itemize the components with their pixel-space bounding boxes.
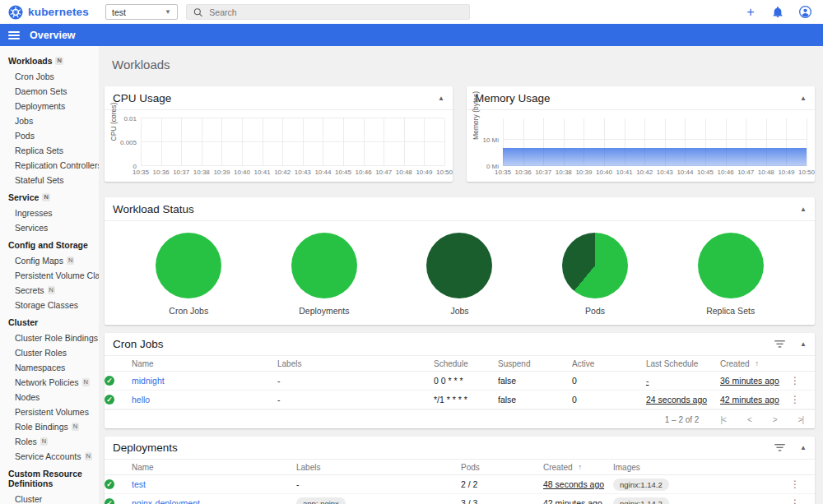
main-content: Workloads CPU Usage ▲ CPU (cores)10:3510… xyxy=(99,46,823,504)
sidebar-item-label: Role Bindings xyxy=(15,422,68,432)
plus-icon: + xyxy=(746,6,754,19)
row-menu-button[interactable]: ⋮ xyxy=(790,479,800,490)
row-menu-button[interactable]: ⋮ xyxy=(790,375,800,386)
sidebar-item-cluster-role-bindings[interactable]: Cluster Role Bindings xyxy=(0,331,99,345)
sidebar-item-pods[interactable]: Pods xyxy=(0,128,99,143)
cron-jobs-card: Cron Jobs ▲ NameLabelsScheduleSuspendAct… xyxy=(105,333,815,428)
sidebar-item-cluster-roles[interactable]: Cluster Roles xyxy=(0,345,99,360)
filter-button[interactable] xyxy=(774,340,785,348)
sidebar-item-cron-jobs[interactable]: Cron Jobs xyxy=(0,69,99,84)
y-axis-label: CPU (cores) xyxy=(109,103,118,141)
x-tick-label: 10:46 xyxy=(718,169,734,176)
last-schedule-cell: 24 seconds ago xyxy=(646,395,720,405)
pagination-next-button[interactable]: > xyxy=(773,415,777,424)
column-header-created[interactable]: Created↑ xyxy=(720,359,790,368)
sidebar-item-deployments[interactable]: Deployments xyxy=(0,99,99,113)
sidebar-item-storage-classes[interactable]: Storage Classes xyxy=(0,298,99,312)
sidebar-item-secrets[interactable]: SecretsN xyxy=(0,283,99,298)
kubernetes-logo[interactable]: kubernetes xyxy=(8,5,105,20)
column-header-name[interactable]: Name xyxy=(132,359,277,368)
sidebar-item-cluster[interactable]: Cluster xyxy=(0,492,99,504)
column-header-schedule[interactable]: Schedule xyxy=(434,359,498,368)
cron-job-name-link[interactable]: hello xyxy=(132,395,150,405)
collapse-button[interactable]: ▲ xyxy=(800,340,807,348)
search-input[interactable] xyxy=(209,7,463,17)
sidebar-item-role-bindings[interactable]: Role BindingsN xyxy=(0,419,99,434)
sidebar-item-network-policies[interactable]: Network PoliciesN xyxy=(0,375,99,390)
column-header-suspend[interactable]: Suspend xyxy=(498,359,572,368)
sidebar-item-replica-sets[interactable]: Replica Sets xyxy=(0,143,99,158)
name-cell: test xyxy=(132,479,296,489)
column-header-active[interactable]: Active xyxy=(572,359,646,368)
account-button[interactable] xyxy=(795,2,815,22)
namespaced-badge: N xyxy=(82,378,90,386)
x-gridline xyxy=(384,118,384,166)
hamburger-icon xyxy=(8,31,20,33)
column-header-label: Suspend xyxy=(498,359,530,368)
name-cell: midnight xyxy=(132,376,277,386)
suspend-value: false xyxy=(498,376,516,386)
menu-button[interactable] xyxy=(8,31,20,39)
notifications-button[interactable] xyxy=(768,2,788,22)
deployment-name-link[interactable]: test xyxy=(132,479,146,489)
row-menu-button[interactable]: ⋮ xyxy=(790,497,800,504)
column-header-pods[interactable]: Pods xyxy=(461,463,543,472)
workload-pie-deployments: Deployments xyxy=(263,233,386,316)
filter-button[interactable] xyxy=(774,444,785,451)
collapse-button[interactable]: ▲ xyxy=(438,95,444,102)
sidebar-item-persistent-volume-claims[interactable]: Persistent Volume ClaimsN xyxy=(0,268,99,283)
active-value: 0 xyxy=(572,376,577,386)
column-header-created[interactable]: Created↑ xyxy=(543,463,613,472)
column-header-last-schedule[interactable]: Last Schedule xyxy=(646,359,720,368)
sidebar-item-config-maps[interactable]: Config MapsN xyxy=(0,253,99,268)
workload-pie-replica-sets: Replica Sets xyxy=(669,233,793,316)
column-header-images[interactable]: Images xyxy=(613,463,790,472)
search-bar[interactable] xyxy=(186,4,470,20)
actions-cell: ⋮ xyxy=(790,497,815,504)
sidebar-item-stateful-sets[interactable]: Stateful Sets xyxy=(0,173,99,187)
namespace-select[interactable]: test ▼ xyxy=(105,4,178,20)
pagination-first-button[interactable]: |< xyxy=(720,415,725,424)
sidebar-item-jobs[interactable]: Jobs xyxy=(0,113,99,128)
x-gridline xyxy=(141,118,142,166)
create-resource-button[interactable]: + xyxy=(741,2,760,22)
sidebar-item-nodes[interactable]: Nodes xyxy=(0,390,99,405)
row-menu-button[interactable]: ⋮ xyxy=(790,394,800,405)
deployment-name-link[interactable]: nginx-deployment xyxy=(132,498,200,504)
sidebar-item-replication-controllers[interactable]: Replication Controllers xyxy=(0,158,99,173)
pie-chart xyxy=(698,233,764,298)
column-header-labels[interactable]: Labels xyxy=(277,359,434,368)
x-tick-label: 10:38 xyxy=(193,169,210,176)
success-check-icon: ✓ xyxy=(105,479,114,489)
pie-chart xyxy=(291,233,357,298)
column-header-name[interactable]: Name xyxy=(132,463,296,472)
pagination-last-button[interactable]: >| xyxy=(798,415,803,424)
sidebar-item-service-accounts[interactable]: Service AccountsN xyxy=(0,449,99,464)
sidebar-item-persistent-volumes[interactable]: Persistent Volumes xyxy=(0,405,99,419)
kubernetes-logo-icon xyxy=(8,5,23,20)
column-header-labels[interactable]: Labels xyxy=(296,463,461,472)
pagination-prev-button[interactable]: < xyxy=(747,415,751,424)
sidebar-item-daemon-sets[interactable]: Daemon Sets xyxy=(0,84,99,99)
collapse-button[interactable]: ▲ xyxy=(800,95,807,102)
x-gridline xyxy=(181,118,182,166)
filter-icon xyxy=(774,340,785,348)
chevron-up-icon: ▲ xyxy=(800,340,807,348)
page-title: Workloads xyxy=(112,58,815,72)
name-cell: nginx-deployment xyxy=(132,498,296,504)
sidebar-item-services[interactable]: Services xyxy=(0,220,99,235)
actions-cell: ⋮ xyxy=(790,375,815,386)
cron-jobs-pagination: 1 – 2 of 2 |< < > >| xyxy=(105,409,815,428)
collapse-button[interactable]: ▲ xyxy=(800,206,807,213)
status-cell: ✓ xyxy=(105,498,132,504)
pie-label: Jobs xyxy=(450,306,468,316)
suspend-cell: false xyxy=(498,376,572,386)
success-check-icon: ✓ xyxy=(105,376,114,386)
collapse-button[interactable]: ▲ xyxy=(800,444,807,451)
namespaced-badge: N xyxy=(42,193,49,201)
sidebar-item-ingresses[interactable]: Ingresses xyxy=(0,206,99,220)
sidebar-item-roles[interactable]: RolesN xyxy=(0,434,99,449)
cron-job-name-link[interactable]: midnight xyxy=(132,376,165,386)
sidebar-item-label: Pods xyxy=(15,131,35,141)
sidebar-item-namespaces[interactable]: Namespaces xyxy=(0,360,99,375)
